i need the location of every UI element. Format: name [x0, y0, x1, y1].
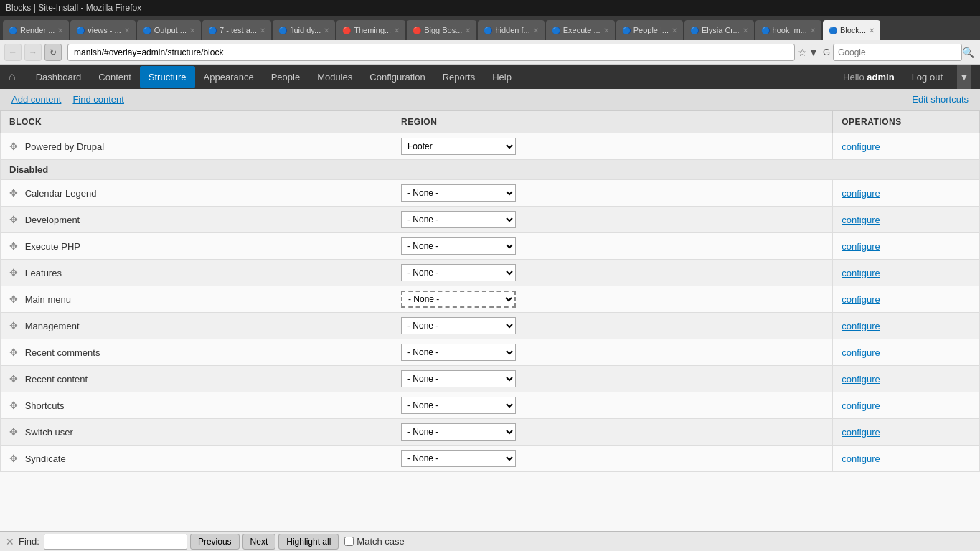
tab-views[interactable]: 🔵 views - ... ✕	[70, 20, 135, 40]
tab-people[interactable]: 🔵 People |... ✕	[616, 20, 683, 40]
region-select[interactable]: - None - Footer	[401, 237, 516, 255]
nav-people[interactable]: People	[263, 66, 308, 88]
tab-close-icon[interactable]: ✕	[324, 27, 329, 34]
tab-close-icon[interactable]: ✕	[869, 27, 875, 34]
tab-hook[interactable]: 🔵 hook_m... ✕	[755, 20, 821, 40]
tab-blocks[interactable]: 🔵 Block... ✕	[823, 20, 880, 40]
region-cell: - None - Footer	[392, 392, 833, 419]
logout-link[interactable]: Log out	[903, 66, 951, 88]
tab-hidden[interactable]: 🔵 hidden f... ✕	[478, 20, 544, 40]
tab-fluid[interactable]: 🔵 fluid dy... ✕	[273, 20, 335, 40]
table-row: ✥ Features - None - Footer configure	[1, 260, 980, 286]
region-select[interactable]: - None - Footer	[401, 397, 516, 414]
drupal-topbar: ⌂ Dashboard Content Structure Appearance…	[0, 65, 980, 89]
drag-handle-icon[interactable]: ✥	[9, 453, 18, 464]
region-select[interactable]: - None - Footer	[401, 344, 516, 361]
drag-handle-icon[interactable]: ✥	[9, 320, 18, 331]
nav-reports[interactable]: Reports	[434, 66, 484, 88]
nav-modules[interactable]: Modules	[308, 66, 361, 88]
tab-output[interactable]: 🔵 Output ... ✕	[137, 20, 201, 40]
search-input[interactable]	[833, 44, 962, 61]
topbar-dropdown[interactable]: ▼	[957, 65, 971, 89]
tab-close-icon[interactable]: ✕	[57, 27, 63, 34]
home-icon[interactable]: ⌂	[9, 70, 16, 83]
region-select[interactable]: - None - Footer	[401, 423, 516, 441]
tab-favicon: 🔵	[761, 27, 770, 34]
tab-close-icon[interactable]: ✕	[810, 27, 816, 34]
tab-theming[interactable]: 🔴 Theming... ✕	[336, 20, 405, 40]
tab-close-icon[interactable]: ✕	[394, 27, 400, 34]
tab-label: Render ...	[20, 26, 55, 34]
region-select[interactable]: - None - Footer	[401, 264, 516, 281]
nav-configuration[interactable]: Configuration	[361, 66, 433, 88]
configure-link[interactable]: configure	[842, 268, 880, 278]
tab-close-icon[interactable]: ✕	[189, 27, 195, 34]
find-content-link[interactable]: Find content	[72, 94, 124, 105]
configure-link[interactable]: configure	[842, 294, 880, 305]
configure-link[interactable]: configure	[842, 347, 880, 358]
region-select[interactable]: - None - Footer	[401, 211, 516, 228]
tab-close-icon[interactable]: ✕	[603, 27, 609, 34]
tab-close-icon[interactable]: ✕	[465, 27, 471, 34]
bookmark-icon[interactable]: ☆	[798, 47, 807, 58]
configure-link[interactable]: configure	[842, 453, 880, 464]
nav-appearance[interactable]: Appearance	[195, 66, 263, 88]
tab-bigg[interactable]: 🔴 Bigg Bos... ✕	[407, 20, 476, 40]
tab-close-icon[interactable]: ✕	[743, 27, 748, 34]
configure-link[interactable]: configure	[842, 374, 880, 385]
configure-link[interactable]: configure	[842, 400, 880, 411]
url-bar[interactable]	[67, 44, 795, 61]
drag-handle-icon[interactable]: ✥	[9, 214, 18, 225]
edit-shortcuts-link[interactable]: Edit shortcuts	[912, 94, 969, 105]
drag-handle-icon[interactable]: ✥	[9, 400, 18, 411]
tab-close-icon[interactable]: ✕	[672, 27, 677, 34]
drag-handle-icon[interactable]: ✥	[9, 187, 18, 199]
drag-handle-icon[interactable]: ✥	[9, 373, 18, 385]
drag-handle-icon[interactable]: ✥	[9, 293, 18, 305]
tab-close-icon[interactable]: ✕	[260, 27, 265, 34]
nav-structure[interactable]: Structure	[140, 66, 195, 88]
region-select[interactable]: - None - Footer	[401, 184, 516, 202]
tab-execute[interactable]: 🔵 Execute ... ✕	[546, 20, 615, 40]
drag-handle-icon[interactable]: ✥	[9, 240, 18, 252]
configure-link[interactable]: configure	[842, 215, 880, 225]
drag-handle-icon[interactable]: ✥	[9, 267, 18, 278]
tab-render[interactable]: 🔵 Render ... ✕	[3, 20, 69, 40]
drag-handle-icon[interactable]: ✥	[9, 426, 18, 438]
tab-elysia[interactable]: 🔵 Elysia Cr... ✕	[684, 20, 754, 40]
region-select[interactable]: - None - Footer	[401, 291, 516, 308]
configure-link[interactable]: configure	[842, 188, 880, 199]
tab-close-icon[interactable]: ✕	[533, 27, 539, 34]
block-name: Recent content	[25, 374, 88, 385]
nav-content[interactable]: Content	[90, 66, 140, 88]
ops-cell: configure	[833, 419, 980, 446]
tab-label: Block...	[840, 26, 866, 34]
search-icon[interactable]: 🔍	[962, 47, 974, 58]
drag-handle-icon[interactable]: ✥	[9, 347, 18, 358]
block-name: Powered by Drupal	[25, 141, 105, 152]
tab-test[interactable]: 🔵 7 - test a... ✕	[202, 20, 271, 40]
nav-help[interactable]: Help	[484, 66, 520, 88]
back-button[interactable]: ←	[4, 44, 22, 61]
refresh-button[interactable]: ↻	[44, 44, 62, 61]
tab-bar: 🔵 Render ... ✕ 🔵 views - ... ✕ 🔵 Output …	[0, 16, 980, 40]
region-select[interactable]: - None - Footer	[401, 370, 516, 387]
tab-label: views - ...	[88, 26, 121, 34]
nav-dashboard[interactable]: Dashboard	[27, 66, 90, 88]
configure-link[interactable]: configure	[842, 241, 880, 252]
region-cell: - None - Footer	[392, 446, 833, 472]
configure-link[interactable]: configure	[842, 427, 880, 438]
title-bar-text: Blocks | Site-Install - Mozilla Firefox	[6, 3, 141, 13]
region-select[interactable]: - None - Footer	[401, 450, 516, 467]
drag-handle-icon[interactable]: ✥	[9, 141, 18, 152]
configure-link[interactable]: configure	[842, 141, 880, 152]
region-select[interactable]: Footer - None -	[401, 138, 516, 155]
region-select[interactable]: - None - Footer	[401, 317, 516, 334]
forward-button[interactable]: →	[24, 44, 42, 61]
configure-link[interactable]: configure	[842, 321, 880, 331]
tab-close-icon[interactable]: ✕	[124, 27, 130, 34]
add-content-link[interactable]: Add content	[11, 94, 61, 105]
block-name: Calendar Legend	[25, 188, 97, 199]
table-row: ✥ Switch user - None - Footer configure	[1, 419, 980, 446]
bookmark-icon[interactable]: ▼	[809, 47, 819, 58]
